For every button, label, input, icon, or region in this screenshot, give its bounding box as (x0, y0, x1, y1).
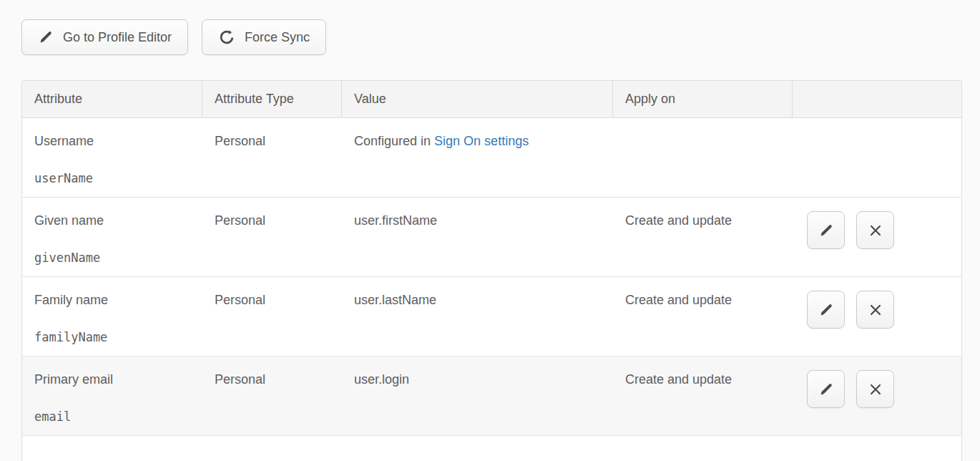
attribute-type-cell: Personal (202, 277, 342, 356)
apply-on-cell (613, 118, 793, 197)
edit-attribute-button[interactable] (807, 291, 845, 329)
edit-attribute-button[interactable] (807, 370, 845, 408)
attribute-key: userName (34, 170, 195, 187)
close-icon (868, 382, 883, 397)
force-sync-label: Force Sync (245, 30, 310, 45)
value-cell: Configured in Sign On settings (342, 118, 613, 197)
attribute-key: givenName (34, 250, 195, 266)
apply-on-cell: Create and update (613, 198, 793, 276)
value-cell: user.login (342, 356, 613, 435)
go-to-profile-editor-label: Go to Profile Editor (63, 30, 172, 45)
attribute-label: Family name (34, 292, 195, 309)
table-row-primary-email: Primary email email Personal user.login … (22, 356, 961, 436)
go-to-profile-editor-button[interactable]: Go to Profile Editor (21, 19, 188, 55)
column-header-apply-on: Apply on (613, 81, 793, 117)
attribute-cell: Username userName (22, 118, 202, 197)
edit-attribute-button[interactable] (807, 211, 845, 249)
column-header-value: Value (342, 81, 613, 117)
close-icon (868, 223, 883, 238)
attribute-type-cell: Personal (202, 356, 342, 435)
remove-attribute-button[interactable] (856, 211, 894, 249)
attribute-type-cell: Personal (202, 198, 342, 276)
table-row-partial (22, 436, 961, 461)
close-icon (868, 302, 883, 318)
actions-cell (793, 118, 961, 197)
attribute-cell: Family name familyName (22, 277, 202, 356)
value-cell: user.firstName (342, 198, 613, 276)
attribute-label: Primary email (34, 372, 195, 388)
sign-on-settings-link[interactable]: Sign On settings (434, 134, 529, 148)
attribute-label: Given name (34, 213, 195, 229)
apply-on-cell: Create and update (613, 277, 793, 356)
attribute-mappings-table: Attribute Attribute Type Value Apply on … (21, 80, 962, 461)
column-header-attribute-type: Attribute Type (202, 81, 342, 117)
table-row-family-name: Family name familyName Personal user.las… (22, 277, 961, 356)
apply-on-cell: Create and update (613, 356, 793, 435)
pencil-icon (818, 302, 834, 318)
attribute-type-cell: Personal (202, 118, 342, 197)
value-cell: user.lastName (342, 277, 613, 356)
attribute-label: Username (34, 133, 195, 150)
pencil-icon (818, 223, 834, 238)
attribute-key: familyName (34, 329, 195, 346)
attribute-key: email (34, 409, 195, 425)
remove-attribute-button[interactable] (856, 291, 894, 329)
actions-cell (793, 356, 961, 435)
actions-cell (793, 277, 961, 356)
column-header-actions (793, 81, 961, 117)
table-header-row: Attribute Attribute Type Value Apply on (22, 81, 961, 118)
pencil-icon (38, 29, 54, 45)
attribute-cell: Given name givenName (22, 198, 202, 276)
remove-attribute-button[interactable] (856, 370, 894, 408)
value-prefix-text: Configured in (354, 134, 434, 148)
toolbar: Go to Profile Editor Force Sync (21, 19, 326, 55)
refresh-icon (218, 29, 235, 46)
table-row-username: Username userName Personal Configured in… (22, 118, 961, 198)
actions-cell (793, 198, 961, 276)
table-row-given-name: Given name givenName Personal user.first… (22, 198, 961, 277)
pencil-icon (818, 382, 834, 397)
force-sync-button[interactable]: Force Sync (202, 19, 326, 55)
attribute-cell: Primary email email (22, 356, 202, 435)
column-header-attribute: Attribute (22, 81, 202, 117)
